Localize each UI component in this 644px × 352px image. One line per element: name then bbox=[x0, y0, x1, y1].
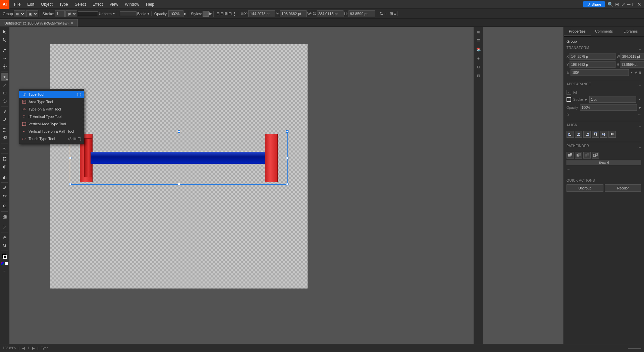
text-tool[interactable]: T ▶ bbox=[1, 73, 8, 81]
tab-properties[interactable]: Properties bbox=[564, 27, 591, 36]
tab-libraries[interactable]: Libraries bbox=[617, 27, 644, 36]
y-input[interactable] bbox=[280, 10, 307, 17]
more-tool-1[interactable]: ⇅ bbox=[380, 11, 383, 16]
stroke-color-swatch[interactable] bbox=[567, 97, 571, 102]
align-icon-1[interactable]: ⊞ bbox=[216, 11, 220, 16]
align-icon-5[interactable]: ⋮ bbox=[232, 11, 236, 16]
fx-more[interactable]: ··· bbox=[638, 112, 641, 117]
color-fill-stroke[interactable] bbox=[1, 253, 8, 260]
column-graph-tool[interactable] bbox=[1, 213, 8, 220]
close-icon[interactable]: ✕ bbox=[637, 2, 641, 7]
styles-expand[interactable]: ▶ bbox=[209, 11, 212, 16]
transform-panel-btn[interactable]: ⊡ bbox=[475, 63, 482, 71]
rect-tool[interactable] bbox=[1, 89, 8, 97]
hand-tool[interactable] bbox=[1, 234, 8, 241]
appearance-more[interactable]: ··· bbox=[637, 83, 641, 88]
x-coord-input[interactable] bbox=[570, 53, 615, 60]
tab-comments[interactable]: Comments bbox=[591, 27, 618, 36]
paintbrush-tool[interactable] bbox=[1, 108, 8, 115]
expand-pathfinder-btn[interactable]: Expand bbox=[567, 160, 641, 165]
share-button[interactable]: ⬡ Share bbox=[583, 1, 604, 7]
scale-tool[interactable] bbox=[1, 134, 8, 142]
arrange-icon[interactable]: ⊞ bbox=[615, 2, 619, 7]
pathfinder-intersect-btn[interactable] bbox=[583, 152, 591, 159]
align-center-h-btn[interactable] bbox=[575, 131, 582, 138]
puppet-warp-tool[interactable] bbox=[1, 163, 8, 171]
blend-tool[interactable] bbox=[1, 192, 8, 200]
align-panel-btn[interactable]: ⊟ bbox=[475, 72, 482, 79]
stroke-style-chevron[interactable]: ▼ bbox=[112, 12, 115, 15]
recolor-button[interactable]: Recolor bbox=[605, 184, 642, 192]
rotate-tool[interactable] bbox=[1, 126, 8, 134]
transform-more[interactable]: ··· bbox=[637, 46, 641, 52]
symbol-sprayer-tool[interactable] bbox=[1, 203, 8, 210]
zoom-tool[interactable] bbox=[1, 242, 8, 249]
pathfinder-more[interactable]: ··· bbox=[637, 144, 641, 150]
flip-h-btn[interactable]: ⇄ bbox=[635, 71, 637, 75]
layers-panel-btn[interactable]: ☰ bbox=[475, 37, 482, 44]
align-icon-4[interactable]: ⊡ bbox=[228, 11, 232, 16]
flyout-vertical-area-type-tool[interactable]: I Vertical Area Type Tool bbox=[19, 120, 84, 128]
menu-edit[interactable]: Edit bbox=[24, 0, 38, 9]
w-coord-input[interactable] bbox=[621, 53, 644, 60]
flyout-vertical-type-on-path-tool[interactable]: I Vertical Type on a Path Tool bbox=[19, 128, 84, 135]
more-tools-btn[interactable]: ··· bbox=[1, 267, 8, 274]
blend-chevron[interactable]: ▼ bbox=[147, 12, 150, 15]
pathfinder-unite-btn[interactable] bbox=[567, 152, 574, 159]
flyout-type-on-path-tool[interactable]: T Type on a Path Tool bbox=[19, 105, 84, 113]
curvature-tool[interactable] bbox=[1, 55, 8, 62]
doc-tab-close[interactable]: ✕ bbox=[71, 21, 73, 25]
opacity-input[interactable] bbox=[168, 10, 183, 17]
align-middle-v-btn[interactable] bbox=[600, 131, 607, 138]
graph-tool[interactable] bbox=[1, 174, 8, 181]
rotation-input[interactable] bbox=[571, 69, 629, 76]
opacity-expand-btn[interactable]: ▶ bbox=[639, 106, 641, 109]
align-left-btn[interactable] bbox=[567, 131, 574, 138]
x-input[interactable] bbox=[248, 10, 275, 17]
maximize-icon[interactable]: □ bbox=[633, 2, 635, 7]
stroke-chevron-expand[interactable]: ▶ bbox=[585, 98, 587, 101]
pen-tool[interactable] bbox=[1, 47, 8, 54]
stroke-unit-chevron[interactable]: ▼ bbox=[638, 98, 641, 101]
pathfinder-exclude-btn[interactable] bbox=[592, 152, 599, 159]
align-icon-3[interactable]: ⊠ bbox=[224, 11, 228, 16]
prev-artboard-btn[interactable]: ◀ bbox=[22, 346, 25, 350]
stroke-width-panel-input[interactable] bbox=[589, 96, 636, 103]
menu-file[interactable]: File bbox=[11, 0, 24, 9]
anchor-point-tool[interactable] bbox=[1, 63, 8, 70]
menu-effect[interactable]: Effect bbox=[89, 0, 106, 9]
line-tool[interactable] bbox=[1, 81, 8, 89]
color-mode-btn[interactable] bbox=[1, 262, 4, 265]
doc-tab-active[interactable]: Untitled-2* @ 103.89 % (RGB/Preview) ✕ bbox=[0, 19, 78, 27]
ellipse-tool[interactable] bbox=[1, 97, 8, 105]
artboard[interactable] bbox=[50, 44, 308, 289]
h-input[interactable] bbox=[348, 10, 375, 17]
flyout-area-type-tool[interactable]: T Area Type Tool bbox=[19, 98, 84, 105]
align-top-btn[interactable] bbox=[592, 131, 599, 138]
menu-select[interactable]: Select bbox=[71, 0, 89, 9]
free-transform-tool[interactable] bbox=[1, 155, 8, 163]
align-more[interactable]: ··· bbox=[637, 124, 641, 129]
next-artboard-btn[interactable]: ▶ bbox=[32, 346, 35, 350]
direct-select-tool[interactable] bbox=[1, 36, 8, 44]
flyout-touch-type-tool[interactable]: T☞ Touch Type Tool (Shift+T) bbox=[19, 135, 84, 142]
dumbbell-graphic[interactable] bbox=[70, 131, 288, 185]
align-icon-2[interactable]: ⊟ bbox=[220, 11, 224, 16]
group-type-select[interactable]: ⊞ bbox=[14, 10, 25, 17]
flyout-vertical-type-tool[interactable]: IT IT Vertical Type Tool bbox=[19, 113, 84, 120]
h-coord-input[interactable] bbox=[620, 61, 644, 68]
align-right-btn[interactable] bbox=[583, 131, 591, 138]
search-icon[interactable]: 🔍 bbox=[607, 2, 613, 7]
none-mode-btn[interactable] bbox=[5, 262, 8, 265]
y-coord-input[interactable] bbox=[570, 61, 615, 68]
w-input[interactable] bbox=[317, 10, 343, 17]
more-tool-4[interactable]: ≡ bbox=[394, 11, 396, 16]
fill-color-swatch[interactable]: ? bbox=[567, 90, 571, 95]
opacity-panel-input[interactable] bbox=[580, 104, 637, 111]
properties-panel-btn[interactable]: ⊞ bbox=[475, 28, 482, 36]
constrain-icon[interactable]: ⛓ bbox=[313, 12, 316, 15]
menu-help[interactable]: Help bbox=[143, 0, 158, 9]
pathfinder-extra-more[interactable]: ··· bbox=[567, 167, 571, 172]
menu-window[interactable]: Window bbox=[121, 0, 143, 9]
pencil-tool[interactable] bbox=[1, 116, 8, 123]
